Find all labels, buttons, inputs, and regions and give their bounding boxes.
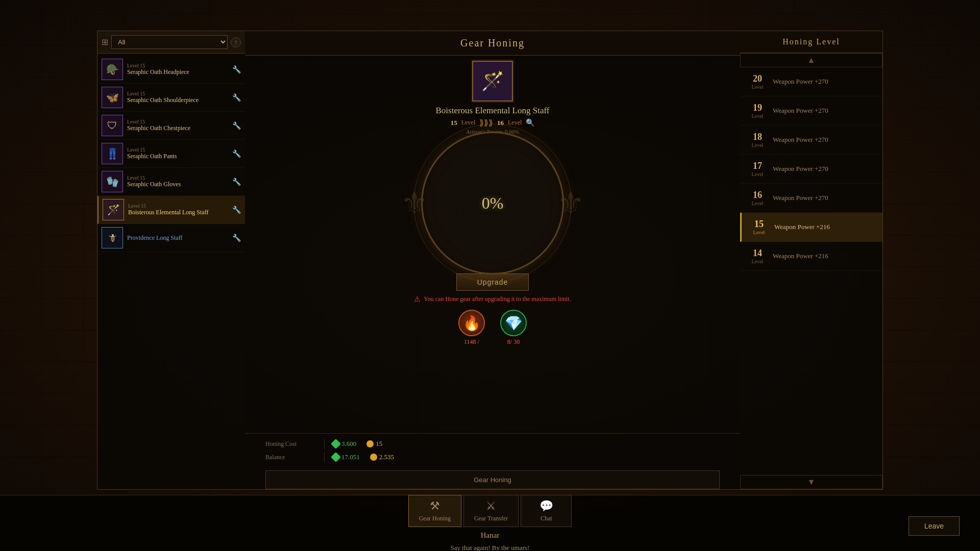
grid-icon[interactable]: ⊞ xyxy=(102,37,108,47)
wing-right-icon: ⚜ xyxy=(557,185,584,221)
honing-levels-list: 20 Level Weapon Power +270 19 Level Weap… xyxy=(740,67,883,475)
chat-tab-icon: 💬 xyxy=(540,499,553,513)
upgrade-icon: 🔧 xyxy=(232,65,241,74)
list-item[interactable]: 🪖 Level 15 Seraphic Oath Headpiece 🔧 xyxy=(97,56,245,84)
upgrade-icon: 🔧 xyxy=(232,149,241,158)
item-name: Seraphic Oath Headpiece xyxy=(127,68,228,76)
item-icon: 🛡 xyxy=(102,115,123,136)
help-icon[interactable]: ? xyxy=(231,37,241,47)
bottom-bar: ⚒ Gear Honing ⚔ Gear Transfer 💬 Chat Han… xyxy=(0,495,980,551)
main-container: ⊞ All ? 🪖 Level 15 Seraphic Oath Headpie… xyxy=(97,31,883,490)
honing-circle: ⚜ ⚜ 0% xyxy=(411,137,574,269)
tab-chat[interactable]: 💬 Chat xyxy=(521,495,572,527)
honing-cost-green: 3.600 xyxy=(332,440,356,448)
level-power-18: Weapon Power +270 xyxy=(773,136,828,144)
right-panel: Honing Level ▲ 20 Level Weapon Power +27… xyxy=(740,31,883,490)
item-name: Seraphic Oath Pants xyxy=(127,153,228,160)
cost-divider-2 xyxy=(324,452,325,462)
level-power-20: Weapon Power +270 xyxy=(773,78,828,86)
upgrade-icon: 🔧 xyxy=(232,206,241,214)
list-item[interactable]: 🛡 Level 15 Seraphic Oath Chestpiece 🔧 xyxy=(97,112,245,140)
level-row-14[interactable]: 14 Level Weapon Power +216 xyxy=(740,242,883,271)
fire-count: 1148 / xyxy=(464,338,479,346)
wing-left-icon: ⚜ xyxy=(401,185,428,221)
filter-bar: ⊞ All ? xyxy=(97,31,245,54)
honing-area: 🪄 Boisterous Elemental Long Staff 15 Lev… xyxy=(245,56,740,433)
current-level: 15 xyxy=(451,119,457,127)
balance-gold: 2.535 xyxy=(370,453,394,461)
scroll-up-button[interactable]: ▲ xyxy=(740,53,883,67)
balance-row: Balance 17.051 2.535 xyxy=(265,452,720,462)
balance-label: Balance xyxy=(265,454,316,461)
level-row-15-current[interactable]: 15 Level Weapon Power +216 xyxy=(740,213,883,242)
green-gem-icon-2 xyxy=(331,452,341,462)
level-badge-15: 15 Level xyxy=(750,219,768,235)
list-item-selected[interactable]: 🪄 Level 15 Boisterous Elemental Long Sta… xyxy=(97,196,245,224)
level-row-20[interactable]: 20 Level Weapon Power +270 xyxy=(740,67,883,96)
level-row-16[interactable]: 16 Level Weapon Power +270 xyxy=(740,184,883,213)
list-item[interactable]: 🗡 Providence Long Staff 🔧 xyxy=(97,224,245,252)
item-level: Level 15 xyxy=(127,91,228,96)
search-icon[interactable]: 🔍 xyxy=(526,118,534,127)
tab-gear-transfer[interactable]: ⚔ Gear Transfer xyxy=(463,495,519,527)
honing-level-title: Honing Level xyxy=(740,31,883,53)
item-icon: 🦋 xyxy=(102,87,123,108)
weapon-name: Boisterous Elemental Long Staff xyxy=(435,106,549,116)
item-level: Level 15 xyxy=(127,119,228,124)
item-icon: 🗡 xyxy=(102,227,123,248)
upgrade-icon: 🔧 xyxy=(232,178,241,186)
level-badge-20: 20 Level xyxy=(748,73,767,90)
item-level: Level 15 xyxy=(128,203,228,209)
level-power-14: Weapon Power +216 xyxy=(773,252,828,260)
item-icon: 👖 xyxy=(102,143,123,164)
crystal-count: 8/ 30 xyxy=(507,338,520,346)
npc-dialog: Say that again! By the umars! xyxy=(451,544,530,552)
material-fire: 🔥 1148 / xyxy=(458,310,485,346)
item-level: Level 15 xyxy=(127,175,228,181)
scroll-down-button[interactable]: ▼ xyxy=(740,475,883,489)
item-level: Level 15 xyxy=(127,63,228,68)
fire-material-icon: 🔥 xyxy=(458,310,485,336)
gold-gem-icon xyxy=(366,440,374,447)
leave-button[interactable]: Leave xyxy=(909,516,960,536)
item-name: Providence Long Staff xyxy=(127,234,228,242)
honing-cost-gold: 15 xyxy=(366,440,382,448)
gear-honing-button[interactable]: Gear Honing xyxy=(265,470,720,489)
item-name: Seraphic Oath Shoulderpiece xyxy=(127,96,228,104)
gear-transfer-tab-icon: ⚔ xyxy=(486,499,496,513)
gear-honing-tab-label: Gear Honing xyxy=(419,515,451,522)
item-list: 🪖 Level 15 Seraphic Oath Headpiece 🔧 🦋 L… xyxy=(97,54,245,489)
item-icon: 🪄 xyxy=(103,199,124,220)
npc-name: Hanar xyxy=(481,531,500,540)
list-item[interactable]: 👖 Level 15 Seraphic Oath Pants 🔧 xyxy=(97,140,245,168)
progress-percent: 0% xyxy=(482,194,504,213)
level-badge-17: 17 Level xyxy=(748,161,767,177)
balance-values: 17.051 2.535 xyxy=(332,453,394,461)
honing-cost-row: Honing Cost 3.600 15 xyxy=(265,439,720,449)
list-item[interactable]: 🦋 Level 15 Seraphic Oath Shoulderpiece 🔧 xyxy=(97,84,245,112)
item-icon: 🧤 xyxy=(102,171,123,192)
level-row-17[interactable]: 17 Level Weapon Power +270 xyxy=(740,155,883,184)
item-name: Seraphic Oath Chestpiece xyxy=(127,124,228,132)
upgrade-icon: 🔧 xyxy=(232,121,241,130)
honing-cost-label: Honing Cost xyxy=(265,440,316,448)
npc-tabs: ⚒ Gear Honing ⚔ Gear Transfer 💬 Chat xyxy=(408,495,572,527)
chat-tab-label: Chat xyxy=(541,515,552,522)
gold-gem-icon-2 xyxy=(370,454,377,461)
level-badge-19: 19 Level xyxy=(748,103,767,119)
item-icon: 🪖 xyxy=(102,59,123,80)
upgrade-icon: 🔧 xyxy=(232,93,241,102)
tab-gear-honing[interactable]: ⚒ Gear Honing xyxy=(408,495,461,527)
item-level: Level 15 xyxy=(127,147,228,153)
level-power-17: Weapon Power +270 xyxy=(773,165,828,173)
level-badge-16: 16 Level xyxy=(748,190,767,206)
level-row-18[interactable]: 18 Level Weapon Power +270 xyxy=(740,126,883,155)
level-power-16: Weapon Power +270 xyxy=(773,194,828,202)
material-crystal: 💎 8/ 30 xyxy=(500,310,527,346)
honing-cost-values: 3.600 15 xyxy=(332,440,382,448)
filter-select[interactable]: All xyxy=(111,35,228,49)
warning-message: ⚠ You can Hone gear after upgrading it t… xyxy=(414,295,571,304)
list-item[interactable]: 🧤 Level 15 Seraphic Oath Gloves 🔧 xyxy=(97,168,245,196)
level-row-19[interactable]: 19 Level Weapon Power +270 xyxy=(740,96,883,126)
gear-honing-tab-icon: ⚒ xyxy=(430,499,440,513)
